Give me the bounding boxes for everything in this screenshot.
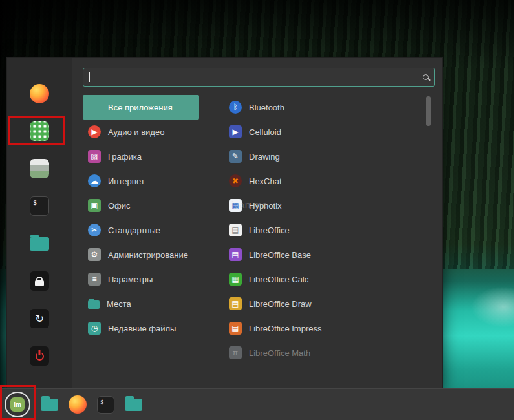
administration-icon: ⚙ xyxy=(88,248,101,261)
firefox-icon xyxy=(30,84,49,103)
app-label: LibreOffice Calc xyxy=(249,275,308,284)
app-label: Drawing xyxy=(249,152,280,162)
app-item-hypnotix[interactable]: ▦Hypnotix xyxy=(224,193,427,218)
drawing-icon: ✎ xyxy=(229,150,242,163)
category-item-audio-video[interactable]: ▶Аудио и видео xyxy=(83,120,199,144)
celluloid-icon: ▶ xyxy=(229,125,242,138)
terminal-icon: $ xyxy=(30,196,49,216)
folder-icon xyxy=(30,237,49,251)
logout-refresh-icon: ↻ xyxy=(30,309,49,328)
app-list-scrollbar[interactable] xyxy=(426,96,431,126)
preferences-icon: ≡ xyxy=(88,273,101,286)
software-manager-icon xyxy=(30,159,49,178)
app-item-libreoffice-math[interactable]: πLibreOffice Math xyxy=(224,341,427,365)
libreoffice-calc-icon: ▦ xyxy=(229,273,242,286)
category-item-administration[interactable]: ⚙Администрирование xyxy=(83,242,199,267)
sidebar-item-firefox[interactable] xyxy=(30,84,49,103)
menu-button[interactable]: lm xyxy=(5,392,30,417)
category-label: Интернет xyxy=(108,176,145,186)
app-label: LibreOffice Math xyxy=(249,348,310,358)
app-item-bluetooth[interactable]: ᛒBluetooth xyxy=(224,95,427,120)
category-label: Места xyxy=(107,299,131,309)
sidebar-item-files[interactable] xyxy=(30,234,49,253)
app-item-celluloid[interactable]: ▶Celluloid xyxy=(224,120,427,144)
app-item-libreoffice-draw[interactable]: ▤LibreOffice Draw xyxy=(224,291,427,316)
hypnotix-icon: ▦ xyxy=(229,199,242,212)
taskbar-launcher-terminal[interactable]: $ xyxy=(97,396,114,414)
app-label: LibreOffice xyxy=(249,226,290,235)
category-item-office[interactable]: ▣Офис xyxy=(83,193,199,218)
search-input[interactable] xyxy=(90,72,423,82)
app-label: HexChat xyxy=(249,176,282,186)
app-label: Bluetooth xyxy=(249,103,284,112)
app-item-libreoffice-impress[interactable]: ▤LibreOffice Impress xyxy=(224,316,427,341)
taskbar-launcher-files[interactable] xyxy=(41,399,58,411)
accessories-icon: ✂ xyxy=(88,224,101,236)
libreoffice-base-icon: ▤ xyxy=(229,248,242,261)
app-label: Celluloid xyxy=(249,127,281,137)
menu-sidebar: $ ↻ xyxy=(7,58,72,388)
category-item-places[interactable]: Места xyxy=(83,291,199,316)
category-label: Недавние файлы xyxy=(108,324,176,333)
category-label: Графика xyxy=(108,152,142,162)
category-list: Все приложения▶Аудио и видео▨Графика☁Инт… xyxy=(83,95,199,341)
all-applications-icon xyxy=(88,101,101,114)
lock-icon xyxy=(30,271,49,291)
app-item-drawing[interactable]: ✎Drawing xyxy=(224,144,427,169)
sidebar-item-logout[interactable]: ↻ xyxy=(30,309,49,328)
application-menu: $ ↻ xyxy=(6,57,443,388)
sidebar-item-all-applications[interactable] xyxy=(30,121,49,141)
app-item-libreoffice-base[interactable]: ▤LibreOffice Base xyxy=(224,242,427,267)
libreoffice-draw-icon: ▤ xyxy=(229,297,242,310)
refresh-glyph: ↻ xyxy=(35,313,44,324)
hexchat-icon: ✖ xyxy=(229,174,242,187)
graphics-icon: ▨ xyxy=(88,150,101,163)
app-label: LibreOffice Impress xyxy=(249,324,321,333)
sidebar-item-terminal[interactable]: $ xyxy=(30,196,49,216)
bluetooth-icon: ᛒ xyxy=(229,101,242,114)
app-label: LibreOffice Base xyxy=(249,250,311,260)
app-list: ᛒBluetooth▶Celluloid✎Drawing✖HexChat▦Hyp… xyxy=(224,95,427,365)
audio-video-icon: ▶ xyxy=(88,125,101,138)
category-label: Параметры xyxy=(108,275,153,284)
category-item-graphics[interactable]: ▨Графика xyxy=(83,144,199,169)
category-label: Аудио и видео xyxy=(108,127,164,137)
app-label: LibreOffice Draw xyxy=(249,299,312,309)
category-item-preferences[interactable]: ≡Параметры xyxy=(83,267,199,291)
app-item-libreoffice[interactable]: ▤LibreOffice xyxy=(224,218,427,242)
category-label: Все приложения xyxy=(108,103,173,112)
category-item-accessories[interactable]: ✂Стандартные xyxy=(83,218,199,242)
libreoffice-impress-icon: ▤ xyxy=(229,322,242,335)
app-label: Hypnotix xyxy=(249,201,282,211)
lock-glyph xyxy=(35,277,44,286)
places-icon xyxy=(88,300,100,309)
app-item-libreoffice-calc[interactable]: ▦LibreOffice Calc xyxy=(224,267,427,291)
category-label: Офис xyxy=(108,201,131,211)
category-label: Стандартные xyxy=(108,226,160,235)
taskbar-launcher-files-2[interactable] xyxy=(125,399,142,411)
sidebar-item-lock-screen[interactable] xyxy=(30,271,49,291)
taskbar: lm $ xyxy=(0,388,514,420)
office-icon: ▣ xyxy=(88,199,101,212)
linux-mint-logo-icon: lm xyxy=(10,397,25,412)
search-bar xyxy=(83,68,435,87)
libreoffice-math-icon: π xyxy=(229,346,242,359)
internet-icon: ☁ xyxy=(88,174,101,187)
taskbar-launcher-firefox[interactable] xyxy=(69,395,87,414)
app-item-hexchat[interactable]: ✖HexChat xyxy=(224,169,427,193)
desktop: $ ↻ xyxy=(0,0,514,420)
category-item-recent-files[interactable]: ◷Недавние файлы xyxy=(83,316,199,341)
recent-files-icon: ◷ xyxy=(88,322,101,335)
category-label: Администрирование xyxy=(108,250,188,260)
category-item-all-applications[interactable]: Все приложения xyxy=(83,95,199,120)
category-item-internet[interactable]: ☁Интернет xyxy=(83,169,199,193)
search-icon xyxy=(423,74,429,80)
app-grid-icon xyxy=(30,121,49,141)
power-icon xyxy=(30,346,49,366)
libreoffice-icon: ▤ xyxy=(229,224,242,236)
sidebar-item-shutdown[interactable] xyxy=(30,346,49,366)
sidebar-item-software-manager[interactable] xyxy=(30,159,49,178)
